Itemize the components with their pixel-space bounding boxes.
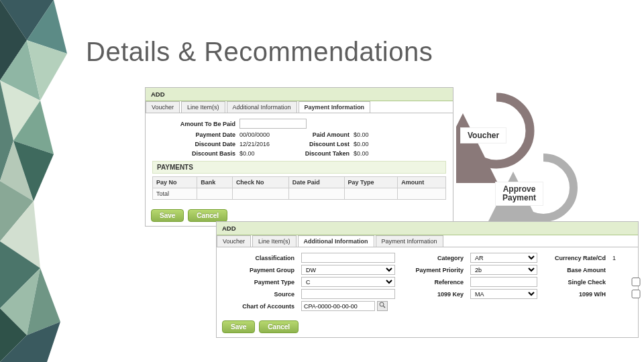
payment-group-label: Payment Group bbox=[223, 267, 297, 274]
payment-priority-label: Payment Priority bbox=[399, 267, 466, 274]
tab-line-items[interactable]: Line Item(s) bbox=[181, 101, 225, 113]
payments-table: Pay No Bank Check No Date Paid Pay Type … bbox=[152, 176, 446, 200]
wh1099-label: 1099 W/H bbox=[541, 291, 608, 298]
payment-date-label: Payment Date bbox=[152, 131, 239, 138]
single-check-checkbox[interactable] bbox=[612, 278, 644, 286]
cycle-diagram: Voucher ApprovePayment bbox=[456, 90, 631, 238]
tab2-line-items[interactable]: Line Item(s) bbox=[252, 235, 297, 247]
panel1-header: ADD bbox=[146, 88, 453, 101]
panel2-header: ADD bbox=[217, 222, 638, 235]
total-label: Total bbox=[153, 188, 197, 200]
col-pay-no: Pay No bbox=[153, 177, 197, 188]
payment-group-select[interactable]: DW bbox=[301, 265, 395, 275]
coa-lookup-button[interactable] bbox=[377, 301, 388, 311]
category-label: Category bbox=[399, 255, 466, 261]
reference-input[interactable] bbox=[470, 277, 537, 287]
payments-section-header: PAYMENTS bbox=[152, 161, 446, 174]
coa-label: Chart of Accounts bbox=[223, 303, 297, 310]
discount-basis-value: $0.00 bbox=[239, 150, 300, 157]
discount-basis-label: Discount Basis bbox=[152, 150, 239, 157]
cycle-approve-label: ApprovePayment bbox=[495, 182, 543, 206]
discount-taken-label: Discount Taken bbox=[300, 150, 354, 157]
source-input[interactable] bbox=[301, 289, 395, 299]
cycle-voucher-label: Voucher bbox=[460, 127, 506, 143]
amount-to-be-paid-input[interactable] bbox=[239, 119, 307, 129]
classification-label: Classification bbox=[223, 255, 297, 261]
paid-amount-value: $0.00 bbox=[354, 131, 369, 138]
page-title: Details & Recommendations bbox=[86, 37, 433, 67]
save-button[interactable]: Save bbox=[151, 209, 184, 222]
amount-to-be-paid-label: Amount To Be Paid bbox=[152, 121, 239, 127]
payment-date-value: 00/00/0000 bbox=[239, 131, 300, 138]
panel1-tabs: Voucher Line Item(s) Additional Informat… bbox=[146, 101, 453, 113]
svg-line-18 bbox=[384, 306, 386, 308]
payment-priority-select[interactable]: 2b bbox=[470, 265, 537, 275]
geometric-sidebar bbox=[0, 0, 80, 362]
payment-type-select[interactable]: C bbox=[301, 277, 395, 287]
tab-payment-info[interactable]: Payment Information bbox=[299, 101, 371, 113]
tab-additional-info[interactable]: Additional Information bbox=[227, 101, 297, 113]
wh1099-checkbox[interactable] bbox=[612, 290, 644, 298]
classification-input[interactable] bbox=[301, 253, 395, 263]
panel-payment-info: ADD Voucher Line Item(s) Additional Info… bbox=[145, 87, 453, 227]
discount-lost-value: $0.00 bbox=[354, 141, 369, 147]
discount-lost-label: Discount Lost bbox=[300, 141, 354, 147]
col-pay-type: Pay Type bbox=[344, 177, 398, 188]
tab2-additional-info[interactable]: Additional Information bbox=[298, 235, 374, 247]
key1099-label: 1099 Key bbox=[399, 291, 466, 298]
category-select[interactable]: AR bbox=[470, 253, 537, 263]
source-label: Source bbox=[223, 291, 297, 298]
panel2-tabs: Voucher Line Item(s) Additional Informat… bbox=[217, 235, 638, 247]
search-icon bbox=[379, 302, 386, 308]
svg-point-17 bbox=[380, 302, 384, 306]
col-date-paid: Date Paid bbox=[288, 177, 344, 188]
cancel-button[interactable]: Cancel bbox=[188, 209, 227, 222]
tab-voucher[interactable]: Voucher bbox=[146, 101, 180, 113]
discount-date-label: Discount Date bbox=[152, 141, 239, 147]
currency-rate-value: 1 bbox=[612, 255, 644, 261]
payment-type-label: Payment Type bbox=[223, 279, 297, 286]
reference-label: Reference bbox=[399, 279, 466, 286]
panel-additional-info: ADD Voucher Line Item(s) Additional Info… bbox=[216, 221, 639, 338]
col-amount: Amount bbox=[398, 177, 446, 188]
col-check-no: Check No bbox=[232, 177, 288, 188]
tab2-voucher[interactable]: Voucher bbox=[217, 235, 251, 247]
discount-date-value: 12/21/2016 bbox=[239, 141, 300, 147]
tab2-payment-info[interactable]: Payment Information bbox=[376, 235, 443, 247]
coa-input[interactable] bbox=[301, 301, 375, 311]
discount-taken-value: $0.00 bbox=[354, 150, 369, 157]
base-amount-label: Base Amount bbox=[541, 267, 608, 274]
paid-amount-label: Paid Amount bbox=[300, 131, 354, 138]
col-bank: Bank bbox=[197, 177, 233, 188]
single-check-label: Single Check bbox=[541, 279, 608, 286]
key1099-select[interactable]: MA bbox=[470, 289, 537, 299]
currency-rate-label: Currency Rate/Cd bbox=[541, 255, 608, 261]
cancel-button-2[interactable]: Cancel bbox=[259, 320, 299, 333]
save-button-2[interactable]: Save bbox=[222, 320, 255, 333]
